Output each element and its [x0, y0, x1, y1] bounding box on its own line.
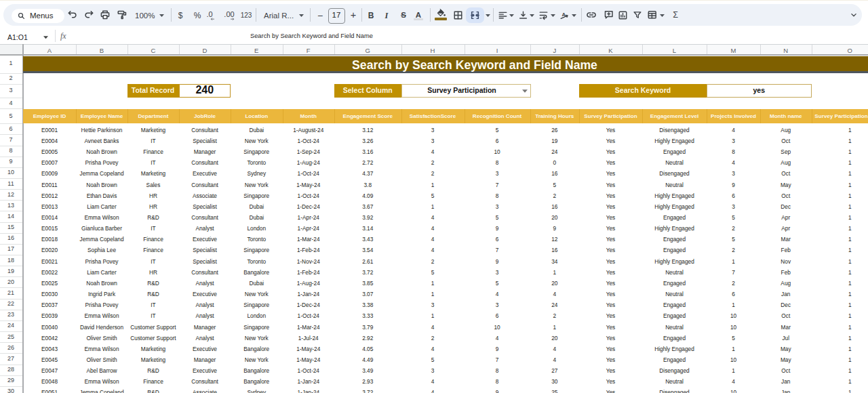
svg-text:A: A	[561, 11, 566, 17]
